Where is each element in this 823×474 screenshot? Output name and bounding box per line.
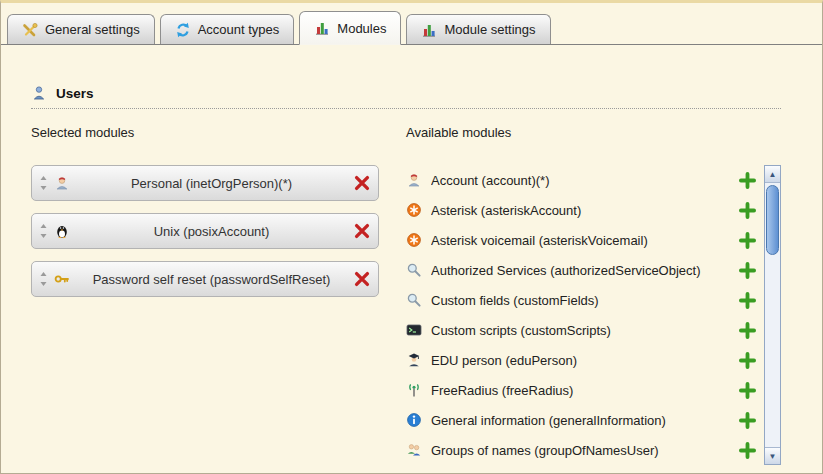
tab-account-types[interactable]: Account types [160, 14, 295, 44]
bar-chart-icon [421, 22, 437, 38]
add-module-button[interactable] [739, 412, 756, 429]
group-icon [406, 442, 422, 458]
user-icon [31, 85, 47, 101]
available-module-label: FreeRadius (freeRadius) [431, 383, 730, 398]
available-module-row: Custom scripts (customScripts) [406, 315, 760, 345]
drag-handle-icon[interactable] [39, 271, 48, 287]
magnifier-icon [406, 262, 422, 278]
scrollbar-thumb[interactable] [766, 185, 779, 255]
add-module-button[interactable] [739, 232, 756, 249]
magnifier-icon [406, 292, 422, 308]
available-module-row: EDU person (eduPerson) [406, 345, 760, 375]
available-module-row: General information (generalInformation) [406, 405, 760, 435]
available-module-label: Groups of names (groupOfNamesUser) [431, 443, 730, 458]
tools-icon [22, 22, 38, 38]
person-icon [54, 175, 70, 191]
selected-module-row[interactable]: Unix (posixAccount) [31, 213, 379, 249]
selected-module-label: Unix (posixAccount) [76, 224, 347, 239]
available-module-label: Asterisk voicemail (asteriskVoicemail) [431, 233, 730, 248]
available-module-row: Asterisk voicemail (asteriskVoicemail) [406, 225, 760, 255]
section-header: Users [31, 85, 781, 109]
remove-module-button[interactable] [353, 270, 371, 288]
available-module-row: Asterisk (asteriskAccount) [406, 195, 760, 225]
person-icon [406, 172, 422, 188]
tab-label: Modules [337, 21, 386, 36]
available-module-label: Custom scripts (customScripts) [431, 323, 730, 338]
selected-modules-column: Selected modules Personal (inetOrgPerson… [31, 125, 406, 465]
tab-label: Account types [198, 22, 280, 37]
selected-modules-heading: Selected modules [31, 125, 406, 140]
asterisk-icon [406, 232, 422, 248]
selected-module-row[interactable]: Password self reset (passwordSelfReset) [31, 261, 379, 297]
tab-module-settings[interactable]: Module settings [406, 14, 550, 44]
remove-module-button[interactable] [353, 174, 371, 192]
graduate-icon [406, 352, 422, 368]
section-title: Users [56, 86, 94, 101]
available-module-row: Groups of names (groupOfNamesUser) [406, 435, 760, 465]
tab-bar: General settings Account types [1, 3, 822, 45]
available-modules-heading: Available modules [406, 125, 781, 140]
add-module-button[interactable] [739, 262, 756, 279]
scrollbar-track[interactable] [765, 183, 780, 447]
add-module-button[interactable] [739, 322, 756, 339]
drag-handle-icon[interactable] [39, 223, 48, 239]
available-modules-column: Available modules Account (acc [406, 125, 781, 465]
tab-label: Module settings [444, 22, 535, 37]
available-module-row: Authorized Services (authorizedServiceOb… [406, 255, 760, 285]
available-module-row: FreeRadius (freeRadius) [406, 375, 760, 405]
available-module-row: Account (account)(*) [406, 165, 760, 195]
add-module-button[interactable] [739, 382, 756, 399]
selected-module-label: Personal (inetOrgPerson)(*) [76, 176, 347, 191]
module-columns: Selected modules Personal (inetOrgPerson… [31, 125, 781, 465]
available-modules-list: Account (account)(*) [406, 165, 760, 465]
available-module-label: EDU person (eduPerson) [431, 353, 730, 368]
tab-label: General settings [45, 22, 140, 37]
scroll-down-button[interactable]: ▼ [765, 447, 780, 464]
available-module-label: Asterisk (asteriskAccount) [431, 203, 730, 218]
add-module-button[interactable] [739, 202, 756, 219]
key-icon [54, 271, 70, 287]
terminal-icon [406, 322, 422, 338]
bar-chart-icon [314, 20, 330, 36]
tab-modules[interactable]: Modules [299, 11, 401, 45]
scroll-up-button[interactable]: ▲ [765, 166, 780, 183]
add-module-button[interactable] [739, 352, 756, 369]
sync-arrows-icon [175, 22, 191, 38]
asterisk-icon [406, 202, 422, 218]
info-icon [406, 412, 422, 428]
add-module-button[interactable] [739, 442, 756, 459]
scrollbar[interactable]: ▲ ▼ [764, 165, 781, 465]
remove-module-button[interactable] [353, 222, 371, 240]
available-module-label: Custom fields (customFields) [431, 293, 730, 308]
tab-general-settings[interactable]: General settings [7, 14, 155, 44]
selected-module-row[interactable]: Personal (inetOrgPerson)(*) [31, 165, 379, 201]
antenna-icon [406, 382, 422, 398]
add-module-button[interactable] [739, 292, 756, 309]
selected-module-label: Password self reset (passwordSelfReset) [76, 272, 347, 287]
penguin-icon [54, 223, 70, 239]
available-module-row: Custom fields (customFields) [406, 285, 760, 315]
lam-configuration-page: General settings Account types [0, 0, 823, 474]
available-module-label: General information (generalInformation) [431, 413, 730, 428]
drag-handle-icon[interactable] [39, 175, 48, 191]
available-module-label: Account (account)(*) [431, 173, 730, 188]
available-module-label: Authorized Services (authorizedServiceOb… [431, 263, 730, 278]
content-area: Users Selected modules [1, 85, 822, 465]
add-module-button[interactable] [739, 172, 756, 189]
